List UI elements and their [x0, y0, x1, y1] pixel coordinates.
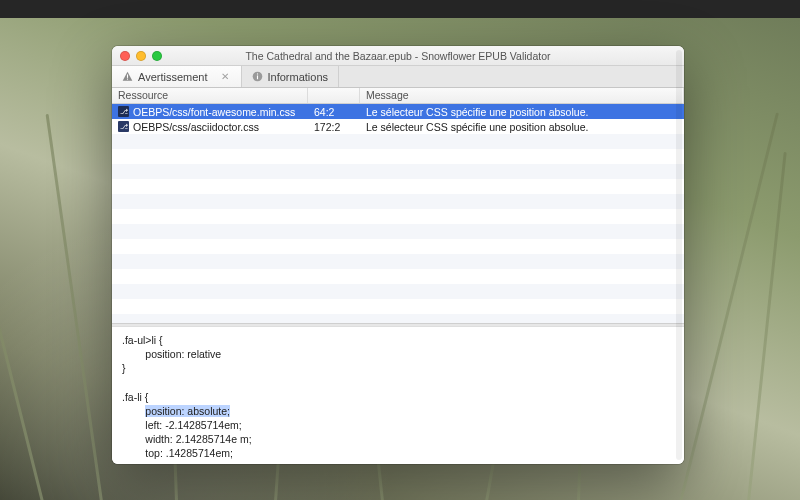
- svg-rect-0: [127, 74, 128, 77]
- resize-grip[interactable]: [672, 452, 682, 462]
- svg-rect-1: [127, 79, 128, 80]
- cell-resource: ⎇OEBPS/css/asciidoctor.css: [112, 121, 308, 133]
- table-row-empty: [112, 209, 684, 224]
- desktop-background: The Cathedral and the Bazaar.epub - Snow…: [0, 0, 800, 500]
- tab-avertissement[interactable]: Avertissement✕: [112, 66, 242, 87]
- app-window: The Cathedral and the Bazaar.epub - Snow…: [112, 46, 684, 464]
- close-tab-button[interactable]: ✕: [219, 71, 231, 83]
- tab-label: Avertissement: [138, 71, 208, 83]
- table-row-empty: [112, 149, 684, 164]
- tab-informations[interactable]: Informations: [242, 66, 340, 87]
- table-row-empty: [112, 299, 684, 314]
- css-file-icon: ⎇: [118, 106, 129, 117]
- table-row-empty: [112, 224, 684, 239]
- svg-rect-3: [256, 75, 257, 79]
- results-table: ⎇OEBPS/css/font-awesome.min.css64:2Le sé…: [112, 104, 684, 323]
- source-line: .fa-li {: [122, 390, 674, 404]
- source-line: top: .14285714em;: [122, 446, 674, 460]
- column-header-line[interactable]: [308, 88, 360, 103]
- cell-line: 172:2: [308, 121, 360, 133]
- table-row-empty: [112, 179, 684, 194]
- source-line: }: [122, 361, 674, 375]
- info-icon: [252, 71, 263, 82]
- results-rows: ⎇OEBPS/css/font-awesome.min.css64:2Le sé…: [112, 104, 684, 323]
- window-controls: [112, 51, 162, 61]
- table-row-empty: [112, 314, 684, 323]
- cell-message: Le sélecteur CSS spécifie une position a…: [360, 106, 684, 118]
- table-row-empty: [112, 254, 684, 269]
- source-line: width: 2.14285714e m;: [122, 432, 674, 446]
- warning-icon: [122, 71, 133, 82]
- table-row-empty: [112, 284, 684, 299]
- table-row-empty: [112, 269, 684, 284]
- minimize-window-button[interactable]: [136, 51, 146, 61]
- column-header-resource[interactable]: Ressource: [112, 88, 308, 103]
- source-line: position: relative: [122, 347, 674, 361]
- cell-line: 64:2: [308, 106, 360, 118]
- highlighted-code: position: absolute;: [145, 405, 230, 417]
- source-line: .fa-ul>li {: [122, 333, 674, 347]
- table-row-empty: [112, 239, 684, 254]
- table-header-row: Ressource Message: [112, 88, 684, 104]
- titlebar[interactable]: The Cathedral and the Bazaar.epub - Snow…: [112, 46, 684, 66]
- zoom-window-button[interactable]: [152, 51, 162, 61]
- css-file-icon: ⎇: [118, 121, 129, 132]
- source-line: text-align: center: [122, 461, 674, 464]
- resource-path: OEBPS/css/font-awesome.min.css: [133, 106, 295, 118]
- tab-bar: Avertissement✕Informations: [112, 66, 684, 88]
- window-title: The Cathedral and the Bazaar.epub - Snow…: [112, 50, 684, 62]
- source-line: left: -2.14285714em;: [122, 418, 674, 432]
- close-window-button[interactable]: [120, 51, 130, 61]
- table-row-empty: [112, 134, 684, 149]
- tab-label: Informations: [268, 71, 329, 83]
- scrollbar-vertical[interactable]: [676, 326, 682, 460]
- svg-rect-4: [256, 73, 257, 74]
- column-header-message[interactable]: Message: [360, 88, 684, 103]
- source-line: [122, 376, 674, 390]
- resource-path: OEBPS/css/asciidoctor.css: [133, 121, 259, 133]
- table-row-empty: [112, 164, 684, 179]
- table-row-empty: [112, 194, 684, 209]
- source-preview[interactable]: .fa-ul>li { position: relative} .fa-li {…: [112, 326, 684, 464]
- cell-message: Le sélecteur CSS spécifie une position a…: [360, 121, 684, 133]
- cell-resource: ⎇OEBPS/css/font-awesome.min.css: [112, 106, 308, 118]
- source-line: position: absolute;: [122, 404, 674, 418]
- table-row[interactable]: ⎇OEBPS/css/asciidoctor.css172:2Le sélect…: [112, 119, 684, 134]
- content-area: Ressource Message ⎇OEBPS/css/font-awesom…: [112, 88, 684, 464]
- table-row[interactable]: ⎇OEBPS/css/font-awesome.min.css64:2Le sé…: [112, 104, 684, 119]
